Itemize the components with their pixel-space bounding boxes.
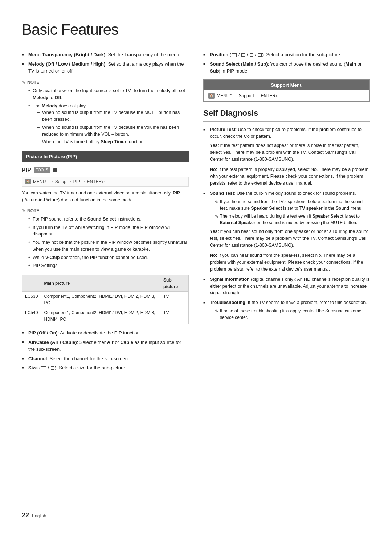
table-cell-main: Component1, Component2, HDMI1/ DVI, HDMI… (41, 292, 160, 308)
intro-bullets: Menu Transparency (Bright / Dark): Set t… (22, 51, 189, 75)
pip-section-header: Picture In Picture (PIP) (22, 151, 189, 162)
support-menu-path: 🏠 MENUIII → Support → ENTER↵ (204, 90, 369, 101)
pip-description: You can watch the TV tuner and one exter… (22, 190, 189, 204)
support-path-text: MENUIII → Support → ENTER↵ (217, 93, 279, 99)
pos-icon-4 (258, 53, 262, 57)
no-paragraph: No: If the test pattern is properly disp… (210, 166, 370, 187)
pip-note-item: If you turn the TV off while watching in… (28, 224, 189, 238)
menu-icon: 🏠 (208, 93, 215, 99)
list-item: Picture Test: Use to check for picture p… (203, 126, 370, 187)
list-item: Signal Information (digital channels onl… (203, 276, 370, 296)
page-number-value: 22 (22, 510, 29, 520)
list-item: Sound Test: Use the built-in melody soun… (203, 190, 370, 273)
table-cell-main: Component1, Component2, HDMI1/ DVI, HDMI… (41, 308, 160, 324)
troubleshooting-sub-note: If none of these troubleshooting tips ap… (215, 308, 370, 321)
pip-note-item: While V-Chip operation, the PIP function… (28, 254, 189, 261)
note-item: Only available when the Input source is … (28, 87, 189, 101)
list-item: Troubleshooting: If the TV seems to have… (203, 299, 370, 321)
pip-menu-path: 🏠 MENUIII → Setup → PIP → ENTER↵ (22, 177, 189, 187)
bold-text: Menu Transparency (Bright / Dark) (28, 52, 105, 57)
pip-label: PIP (22, 166, 31, 174)
tools-icon: ⬛ (53, 167, 57, 173)
sub-note-items: When no sound is output from the TV beca… (37, 109, 189, 145)
pip-note-item: PIP Settings (28, 262, 189, 269)
page-title: Basic Features (22, 18, 370, 41)
right-column: Position ( / / / ): Select a position fo… (203, 51, 370, 503)
list-item: Melody (Off / Low / Medium / High): Set … (22, 61, 189, 75)
sub-note-text: If none of these troubleshooting tips ap… (220, 308, 370, 321)
yes-paragraph: Yes: If the test pattern does not appear… (210, 142, 370, 163)
menu-path-text: MENUIII → Setup → PIP → ENTER↵ (33, 178, 105, 185)
table-header-main: Main picture (41, 275, 160, 292)
list-item: Sound Select (Main / Sub): You can choos… (203, 61, 370, 75)
note-label: NOTE (27, 79, 39, 86)
support-menu-box: Support Menu 🏠 MENUIII → Support → ENTER… (203, 79, 370, 102)
list-item: Size ( / ): Select a size for the sub-pi… (22, 364, 189, 371)
note-items: Only available when the Input source is … (28, 87, 189, 145)
pos-icon-3 (250, 53, 253, 57)
list-item: PIP (Off / On): Activate or deactivate t… (22, 329, 189, 337)
page-footer: 22 English (22, 503, 370, 520)
pip-note-label: NOTE (27, 208, 39, 214)
table-cell-sub: TV (160, 292, 189, 308)
pos-icon-1 (232, 53, 237, 57)
list-item: Position ( / / / ): Select a position fo… (203, 51, 370, 58)
bullet-text: Menu Transparency (Bright / Dark): Set t… (28, 52, 180, 57)
pip-tools-row: PIP TOOLS ⬛ (22, 166, 189, 174)
sub-note-text: If you hear no sound from the TV's speak… (220, 198, 370, 212)
note-header: NOTE (22, 79, 189, 86)
self-diagnosis-list: Picture Test: Use to check for picture p… (203, 126, 370, 321)
pip-note-item: You may notice that the picture in the P… (28, 239, 189, 253)
table-cell-model: LC540 (22, 308, 41, 324)
table-header-sub: Sub picture (160, 275, 189, 292)
two-column-layout: Menu Transparency (Bright / Dark): Set t… (22, 51, 370, 503)
pip-settings-table: Main picture Sub picture LC530 Component… (22, 275, 189, 324)
table-row: LC530 Component1, Component2, HDMI1/ DVI… (22, 292, 189, 308)
list-item: Air/Cable (Air / Cable): Select either A… (22, 339, 189, 353)
list-item: Channel: Select the channel for the sub-… (22, 355, 189, 362)
left-column: Menu Transparency (Bright / Dark): Set t… (22, 51, 189, 503)
self-diagnosis-title: Self Diagnosis (203, 107, 370, 122)
bold-text: Melody (Off / Low / Medium / High) (28, 61, 105, 67)
list-item: Menu Transparency (Bright / Dark): Set t… (22, 51, 189, 58)
pip-note-header: NOTE (22, 207, 189, 214)
pip-note-items: For PIP sound, refer to the Sound Select… (28, 216, 189, 269)
yes-sound-paragraph: Yes: If you can hear sound only from one… (210, 228, 370, 249)
tools-badge: TOOLS (34, 167, 50, 173)
table-cell-model: LC530 (22, 292, 41, 308)
support-menu-header: Support Menu (204, 80, 369, 91)
pip-note-section: NOTE For PIP sound, refer to the Sound S… (22, 207, 189, 269)
note-item: The Melody does not play. When no sound … (28, 103, 189, 146)
right-top-bullets: Position ( / / / ): Select a position fo… (203, 51, 370, 75)
pos-icon-2 (241, 53, 245, 57)
sub-note-item: When no sound is output from the TV beca… (37, 124, 189, 138)
page: Basic Features Menu Transparency (Bright… (0, 0, 392, 542)
note-section: NOTE Only available when the Input sourc… (22, 79, 189, 146)
sub-note-item: When the TV is turned off by Sleep Timer… (37, 139, 189, 145)
pip-note-item: For PIP sound, refer to the Sound Select… (28, 216, 189, 223)
sub-note-1: If you hear no sound from the TV's speak… (215, 198, 370, 212)
size-icon-1 (41, 366, 46, 370)
bullet-text: Melody (Off / Low / Medium / High): Set … (28, 61, 184, 74)
table-header-empty (22, 275, 41, 292)
size-icon-2 (51, 366, 54, 370)
menu-icon: 🏠 (25, 179, 31, 185)
sub-note-2: The melody will be heard during the test… (215, 213, 370, 226)
pip-bullets: PIP (Off / On): Activate or deactivate t… (22, 329, 189, 371)
sub-note-text: The melody will be heard during the test… (220, 213, 370, 226)
table-cell-sub: TV (160, 308, 189, 324)
sub-note-item: When no sound is output from the TV beca… (37, 109, 189, 123)
no-sound-paragraph: No: If you can hear sound from the speak… (210, 252, 370, 273)
language-label: English (32, 513, 46, 519)
table-row: LC540 Component1, Component2, HDMI1/ DVI… (22, 308, 189, 324)
